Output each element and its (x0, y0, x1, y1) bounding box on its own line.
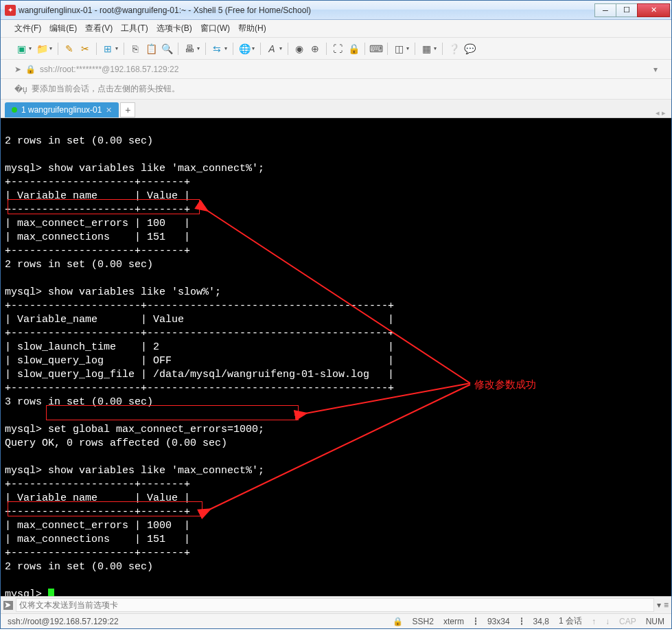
terminal-line: Query OK, 0 rows affected (0.00 sec) (5, 437, 227, 449)
svg-line-3 (209, 385, 470, 510)
address-text[interactable]: ssh://root:********@192.168.57.129:22 (40, 65, 649, 74)
status-dot-icon (12, 107, 17, 113)
font-icon[interactable]: A (265, 42, 279, 56)
status-pos: 34,8 (533, 617, 549, 626)
app-window: ✦ wangruifenglinux-01 - root@wangruifeng… (0, 0, 672, 629)
tab-nav[interactable]: ◂ ▸ (656, 109, 667, 117)
terminal-line: | Variable_name | Value | (5, 190, 190, 202)
open-icon[interactable]: 📁 (35, 42, 49, 56)
terminal-line: | slow_query_log | OFF | (5, 355, 394, 367)
terminal-line: +--------------------+-------+ (5, 547, 190, 559)
terminal-line: mysql> (5, 589, 48, 596)
status-proto: SSH2 (413, 617, 434, 626)
terminal-line: +--------------------+-------+ (5, 245, 190, 257)
send-bar: ⮞ ▾ ≡ (1, 596, 671, 613)
send-list-icon[interactable]: ≡ (664, 600, 669, 610)
send-icon[interactable]: ⮞ (3, 601, 13, 610)
script-icon[interactable]: ◉ (292, 42, 306, 56)
menu-file[interactable]: 文件(F) (14, 23, 41, 34)
fullscreen-icon[interactable]: ⛶ (331, 42, 345, 56)
terminal-line: | max_connections | 151 | (5, 231, 190, 243)
toolbar: ▣▾ 📁▾ ✎ ✂ ⊞▾ ⎘ 📋 🔍 🖶▾ ⇆▾ 🌐▾ A▾ ◉ ⊕ ⛶ 🔒 ⌨… (1, 38, 671, 60)
layout-icon[interactable]: ◫ (392, 42, 406, 56)
status-term: xterm (443, 617, 464, 626)
terminal-line: | slow_launch_time | 2 | (5, 341, 394, 353)
transfer-icon[interactable]: ⇆ (210, 42, 224, 56)
paste-icon[interactable]: 📋 (144, 42, 158, 56)
keyboard-icon[interactable]: ⌨ (369, 42, 383, 56)
terminal-line: | Variable_name | Value | (5, 314, 394, 326)
terminal-line: | max_connections | 151 | (5, 534, 190, 545)
tab-label: 1 wangruifenglinux-01 (21, 105, 102, 115)
help-icon[interactable]: ❔ (447, 42, 461, 56)
net-down-icon: ↓ (605, 617, 610, 626)
menubar: 文件(F) 编辑(E) 查看(V) 工具(T) 选项卡(B) 窗口(W) 帮助(… (1, 20, 671, 38)
net-up-icon: ↑ (592, 617, 596, 626)
status-conn: ssh://root@192.168.57.129:22 (8, 617, 119, 626)
menu-tools[interactable]: 工具(T) (121, 23, 148, 34)
status-size: 93x34 (487, 617, 510, 626)
pos-icon: ┇ (520, 617, 524, 625)
menu-options[interactable]: 选项卡(B) (157, 23, 192, 34)
titlebar[interactable]: ✦ wangruifenglinux-01 - root@wangruifeng… (1, 1, 671, 20)
arrow-add-icon[interactable]: ➤ (14, 65, 21, 74)
status-cap: CAP (619, 617, 636, 626)
lock-icon[interactable]: 🔒 (347, 42, 360, 56)
cursor (48, 589, 54, 596)
terminal-line: +--------------------+-------+ (5, 506, 190, 518)
bookmark-icon[interactable]: �џ (14, 84, 27, 94)
terminal-line: | slow_query_log_file | /data/mysql/wang… (5, 369, 394, 380)
terminal-line: 3 rows in set (0.00 sec) (5, 396, 153, 408)
terminal-line: 2 rows in set (0.00 sec) (5, 135, 153, 147)
menu-window[interactable]: 窗口(W) (200, 23, 230, 34)
terminal-line: +---------------------+-----------------… (5, 328, 394, 339)
app-icon: ✦ (5, 5, 16, 16)
dropdown-icon[interactable]: ▾ (653, 65, 658, 74)
status-num: NUM (646, 617, 664, 626)
status-sess: 1 会话 (559, 615, 582, 627)
terminal-line: +--------------------+-------+ (5, 176, 190, 188)
terminal-line: | max_connect_errors | 100 | (5, 218, 190, 229)
tab-close-icon[interactable]: ✕ (106, 106, 112, 115)
new-session-icon[interactable]: ▣ (14, 42, 28, 56)
menu-view[interactable]: 查看(V) (85, 23, 113, 34)
maximize-button[interactable]: ☐ (616, 3, 638, 17)
properties-icon[interactable]: ⊞ (101, 42, 115, 56)
terminal-line: 2 rows in set (0.00 sec) (5, 259, 153, 271)
new-tab-button[interactable]: + (120, 102, 135, 117)
disconnect-icon[interactable]: ✂ (78, 42, 92, 56)
size-icon: ┇ (474, 617, 478, 625)
terminal[interactable]: 2 rows in set (0.00 sec) mysql> show var… (1, 118, 671, 596)
reconnect-icon[interactable]: ✎ (62, 42, 76, 56)
terminal-line: +---------------------+-----------------… (5, 300, 394, 312)
terminal-line: 2 rows in set (0.00 sec) (5, 561, 153, 573)
find-icon[interactable]: 🔍 (160, 42, 174, 56)
session-tab[interactable]: 1 wangruifenglinux-01 ✕ (5, 102, 119, 117)
send-input[interactable] (16, 598, 654, 612)
menu-help[interactable]: 帮助(H) (238, 23, 266, 34)
terminal-line: mysql> show variables like 'max_connect%… (5, 465, 264, 477)
tile-icon[interactable]: ▦ (419, 42, 433, 56)
send-menu-icon[interactable]: ▾ (657, 600, 661, 610)
terminal-line: mysql> show variables like 'slow%'; (5, 286, 221, 298)
copy-icon[interactable]: ⎘ (128, 42, 142, 56)
terminal-line: mysql> set global max_connect_errors=100… (5, 424, 264, 435)
terminal-line: mysql> show variables like 'max_connect%… (5, 163, 264, 174)
address-bar: ➤ 🔒 ssh://root:********@192.168.57.129:2… (1, 60, 671, 79)
chat-icon[interactable]: 💬 (463, 42, 476, 56)
terminal-line: | Variable_name | Value | (5, 492, 190, 504)
terminal-line: +--------------------+-------+ (5, 204, 190, 216)
globe-icon[interactable]: 🌐 (237, 42, 251, 56)
minimize-button[interactable]: ─ (594, 3, 616, 17)
close-button[interactable]: ✕ (637, 3, 670, 17)
title-text: wangruifenglinux-01 - root@wangruifeng-0… (19, 5, 595, 15)
print-icon[interactable]: 🖶 (183, 42, 196, 56)
tab-strip: 1 wangruifenglinux-01 ✕ + ◂ ▸ (1, 100, 671, 118)
menu-edit[interactable]: 编辑(E) (49, 23, 77, 34)
terminal-line: | max_connect_errors | 1000 | (5, 520, 190, 532)
log-icon[interactable]: ⊕ (308, 42, 322, 56)
statusbar: ssh://root@192.168.57.129:22 🔒 SSH2 xter… (1, 613, 671, 628)
hint-bar: �џ 要添加当前会话，点击左侧的箭头按钮。 (1, 79, 671, 100)
terminal-line: +---------------------+-----------------… (5, 383, 394, 394)
ssh-lock-icon: 🔒 (393, 617, 403, 626)
